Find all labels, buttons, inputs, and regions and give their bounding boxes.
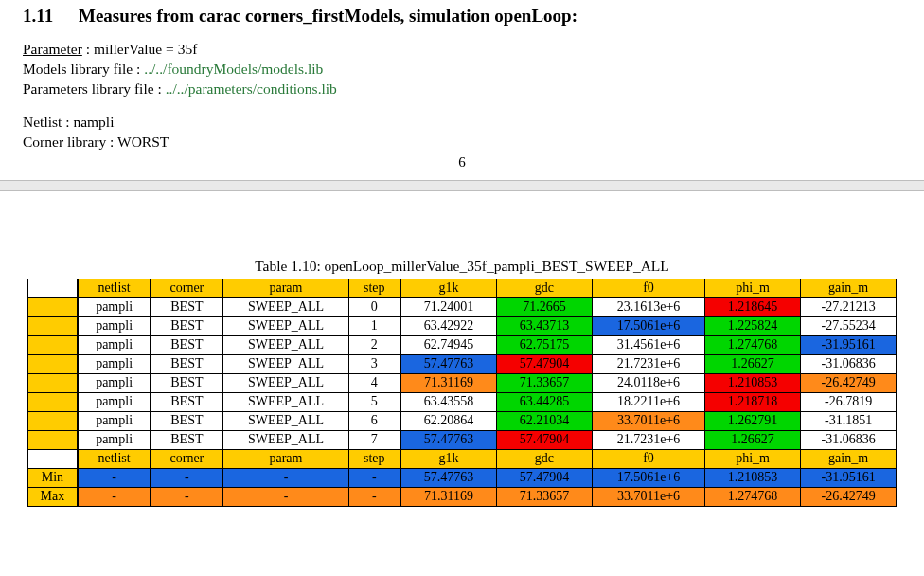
table-row: pampliBESTSWEEP_ALL163.4292263.4371317.5… bbox=[27, 316, 897, 335]
cell-g1k: 57.47763 bbox=[400, 354, 496, 373]
meta-models-link[interactable]: ../../foundryModels/models.lib bbox=[144, 61, 323, 77]
cell-netlist: pampli bbox=[78, 373, 151, 392]
cell-min-g1k: 57.47763 bbox=[400, 468, 496, 487]
meta-models-line: Models library file : ../../foundryModel… bbox=[23, 60, 901, 80]
meta-lines: Parameter : millerValue = 35f Models lib… bbox=[23, 40, 901, 153]
header-phim: phi_m bbox=[704, 449, 800, 468]
cell-step: 0 bbox=[348, 297, 400, 316]
cell-phim: 1.26627 bbox=[704, 430, 800, 449]
table-row: pampliBESTSWEEP_ALL471.3116971.3365724.0… bbox=[27, 373, 897, 392]
cell-gdc: 62.75175 bbox=[496, 335, 592, 354]
cell-param: SWEEP_ALL bbox=[223, 354, 348, 373]
row-label-blank bbox=[27, 335, 78, 354]
cell-step: 7 bbox=[348, 430, 400, 449]
cell-f0: 31.4561e+6 bbox=[593, 335, 705, 354]
table-row: pampliBESTSWEEP_ALL357.4776357.4790421.7… bbox=[27, 354, 897, 373]
header-gainm: gain_m bbox=[801, 449, 897, 468]
cell-corner: BEST bbox=[151, 373, 223, 392]
table-summary-head: netlist corner param step g1k gdc f0 phi… bbox=[27, 449, 897, 468]
meta-netlist-line: Netlist : nampli bbox=[23, 113, 901, 133]
meta-params-link[interactable]: ../../parameters/conditions.lib bbox=[166, 81, 337, 97]
cell-param: SWEEP_ALL bbox=[223, 335, 348, 354]
header-rowlabel-blank bbox=[27, 449, 78, 468]
cell-gainm: -27.21213 bbox=[801, 297, 897, 316]
header-f0: f0 bbox=[593, 449, 705, 468]
cell-f0: 21.7231e+6 bbox=[593, 430, 705, 449]
row-label-blank bbox=[27, 297, 78, 316]
row-label-min: Min bbox=[27, 468, 78, 487]
cell-corner: BEST bbox=[151, 316, 223, 335]
header-phim: phi_m bbox=[704, 279, 800, 297]
header-g1k: g1k bbox=[400, 449, 496, 468]
meta-parameter-expr: millerValue = 35f bbox=[94, 41, 197, 57]
cell-step: 2 bbox=[348, 335, 400, 354]
cell-max-gainm: -26.42749 bbox=[801, 487, 897, 506]
table-row: pampliBESTSWEEP_ALL071.2400171.266523.16… bbox=[27, 297, 897, 316]
cell-phim: 1.218718 bbox=[704, 392, 800, 411]
cell-netlist: pampli bbox=[78, 335, 151, 354]
cell-corner: BEST bbox=[151, 411, 223, 430]
cell-gainm: -27.55234 bbox=[801, 316, 897, 335]
cell-max-g1k: 71.31169 bbox=[400, 487, 496, 506]
table-row: pampliBESTSWEEP_ALL262.7494562.7517531.4… bbox=[27, 335, 897, 354]
cell-g1k: 63.42922 bbox=[400, 316, 496, 335]
row-label-blank bbox=[27, 354, 78, 373]
cell-f0: 33.7011e+6 bbox=[593, 411, 705, 430]
cell-step: 5 bbox=[348, 392, 400, 411]
page: 1.11 Measures from carac corners_firstMo… bbox=[0, 0, 924, 522]
cell-param: SWEEP_ALL bbox=[223, 392, 348, 411]
meta-parameter-label: Parameter bbox=[23, 41, 82, 57]
table-row: pampliBESTSWEEP_ALL563.4355863.4428518.2… bbox=[27, 392, 897, 411]
cell-param: SWEEP_ALL bbox=[223, 297, 348, 316]
cell-g1k: 62.74945 bbox=[400, 335, 496, 354]
table-head: netlist corner param step g1k gdc f0 phi… bbox=[27, 279, 897, 297]
cell-step: 1 bbox=[348, 316, 400, 335]
cell-min-gdc: 57.47904 bbox=[496, 468, 592, 487]
cell-gdc: 57.47904 bbox=[496, 354, 592, 373]
row-label-max: Max bbox=[27, 487, 78, 506]
cell-phim: 1.26627 bbox=[704, 354, 800, 373]
cell-gdc: 63.43713 bbox=[496, 316, 592, 335]
meta-parameter-sep: : bbox=[86, 41, 94, 57]
meta-parameter-line: Parameter : millerValue = 35f bbox=[23, 40, 901, 60]
cell-netlist: pampli bbox=[78, 411, 151, 430]
cell-gdc: 63.44285 bbox=[496, 392, 592, 411]
row-label-blank bbox=[27, 411, 78, 430]
cell-min-phim: 1.210853 bbox=[704, 468, 800, 487]
cell-step: 4 bbox=[348, 373, 400, 392]
cell-f0: 21.7231e+6 bbox=[593, 354, 705, 373]
cell-phim: 1.218645 bbox=[704, 297, 800, 316]
cell-f0: 23.1613e+6 bbox=[593, 297, 705, 316]
header-corner: corner bbox=[151, 279, 223, 297]
cell-dash: - bbox=[348, 487, 400, 506]
header-netlist: netlist bbox=[78, 449, 151, 468]
cell-gainm: -26.7819 bbox=[801, 392, 897, 411]
cell-min-gainm: -31.95161 bbox=[801, 468, 897, 487]
header-step: step bbox=[348, 279, 400, 297]
page-break-bar bbox=[0, 180, 924, 191]
cell-param: SWEEP_ALL bbox=[223, 430, 348, 449]
cell-dash: - bbox=[223, 487, 348, 506]
cell-g1k: 63.43558 bbox=[400, 392, 496, 411]
header-netlist: netlist bbox=[78, 279, 151, 297]
row-label-blank bbox=[27, 316, 78, 335]
header-g1k: g1k bbox=[400, 279, 496, 297]
cell-phim: 1.225824 bbox=[704, 316, 800, 335]
cell-gainm: -31.1851 bbox=[801, 411, 897, 430]
table-caption: Table 1.10: openLoop_millerValue_35f_pam… bbox=[19, 258, 905, 275]
cell-max-f0: 33.7011e+6 bbox=[593, 487, 705, 506]
cell-g1k: 57.47763 bbox=[400, 430, 496, 449]
header-gdc: gdc bbox=[496, 449, 592, 468]
header-gainm: gain_m bbox=[801, 279, 897, 297]
cell-gainm: -31.95161 bbox=[801, 335, 897, 354]
cell-step: 6 bbox=[348, 411, 400, 430]
cell-dash: - bbox=[78, 468, 151, 487]
header-corner: corner bbox=[151, 449, 223, 468]
cell-max-gdc: 71.33657 bbox=[496, 487, 592, 506]
cell-param: SWEEP_ALL bbox=[223, 411, 348, 430]
section-heading: 1.11 Measures from carac corners_firstMo… bbox=[23, 6, 901, 27]
cell-step: 3 bbox=[348, 354, 400, 373]
summary-row-min: Min - - - - 57.47763 57.47904 17.5061e+6… bbox=[27, 468, 897, 487]
cell-dash: - bbox=[151, 468, 223, 487]
cell-g1k: 71.24001 bbox=[400, 297, 496, 316]
